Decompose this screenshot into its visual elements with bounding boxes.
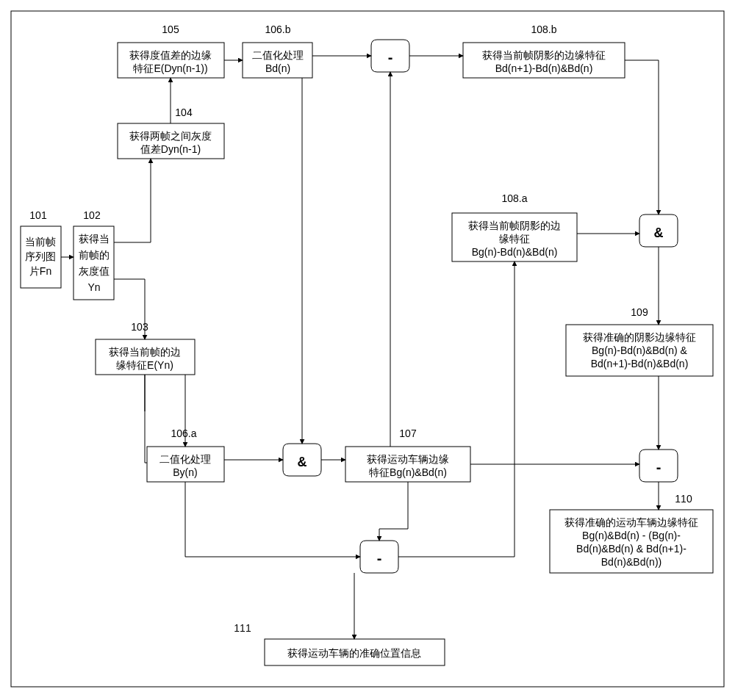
text-110-3: Bd(n)&Bd(n)) bbox=[601, 556, 662, 568]
label-103: 103 bbox=[131, 321, 148, 333]
text-109-2: Bd(n+1)-Bd(n)&Bd(n) bbox=[591, 358, 689, 369]
op-minus-3-sym: - bbox=[656, 459, 662, 475]
text-105-1: 特征E(Dyn(n-1)) bbox=[133, 62, 207, 74]
op-and-2-sym: & bbox=[654, 225, 664, 240]
text-102-2: 灰度值 bbox=[79, 265, 110, 277]
label-102: 102 bbox=[83, 209, 101, 221]
label-107: 107 bbox=[399, 427, 417, 439]
label-111: 111 bbox=[234, 622, 251, 634]
label-105: 105 bbox=[162, 24, 179, 35]
text-108a-0: 获得当前帧阴影的边 bbox=[468, 220, 561, 231]
text-109-0: 获得准确的阴影边缘特征 bbox=[583, 331, 696, 343]
text-102-3: Yn bbox=[87, 281, 100, 293]
text-101-0: 当前帧 bbox=[25, 236, 56, 248]
text-101-2: 片Fn bbox=[29, 265, 51, 277]
text-104-0: 获得两帧之间灰度 bbox=[129, 130, 212, 142]
label-110: 110 bbox=[675, 493, 692, 505]
text-109-1: Bg(n)-Bd(n)&Bd(n) & bbox=[592, 344, 688, 356]
text-106a-0: 二值化处理 bbox=[159, 453, 211, 465]
text-108b-0: 获得当前帧阴影的边缘特征 bbox=[482, 49, 606, 61]
label-101: 101 bbox=[29, 209, 47, 221]
op-and-1-sym: & bbox=[298, 455, 307, 469]
label-108b: 108.b bbox=[531, 24, 556, 35]
text-102-0: 获得当 bbox=[79, 233, 110, 245]
op-minus-1-sym: - bbox=[388, 49, 393, 65]
text-107-0: 获得运动车辆边缘 bbox=[367, 453, 449, 465]
text-102-1: 前帧的 bbox=[79, 249, 110, 261]
text-110-2: Bd(n)&Bd(n) & Bd(n+1)- bbox=[576, 543, 686, 555]
flow-diagram: 101 当前帧 序列图 片Fn 102 获得当 前帧的 灰度值 Yn 104 获… bbox=[0, 0, 735, 700]
text-105-0: 获得度值差的边缘 bbox=[129, 49, 212, 61]
text-103-0: 获得当前帧的边 bbox=[109, 346, 181, 358]
text-106b-0: 二值化处理 bbox=[252, 49, 304, 61]
label-104: 104 bbox=[175, 107, 193, 118]
text-103-1: 缘特征E(Yn) bbox=[116, 359, 173, 371]
text-108a-1: 缘特征 bbox=[499, 233, 530, 245]
label-106b: 106.b bbox=[265, 24, 290, 35]
label-106a: 106.a bbox=[171, 427, 196, 439]
text-111-0: 获得运动车辆的准确位置信息 bbox=[287, 647, 421, 659]
text-106a-1: By(n) bbox=[173, 466, 197, 478]
label-108a: 108.a bbox=[501, 192, 527, 204]
text-110-0: 获得准确的运动车辆边缘特征 bbox=[564, 516, 698, 528]
label-109: 109 bbox=[631, 306, 648, 318]
text-110-1: Bg(n)&Bd(n) - (Bg(n)- bbox=[582, 530, 681, 541]
text-104-1: 值差Dyn(n-1) bbox=[140, 143, 201, 155]
text-106b-1: Bd(n) bbox=[265, 62, 290, 74]
text-107-1: 特征Bg(n)&Bd(n) bbox=[369, 466, 447, 478]
text-108b-1: Bd(n+1)-Bd(n)&Bd(n) bbox=[495, 62, 593, 74]
text-108a-2: Bg(n)-Bd(n)&Bd(n) bbox=[472, 246, 558, 258]
text-101-1: 序列图 bbox=[25, 250, 56, 262]
